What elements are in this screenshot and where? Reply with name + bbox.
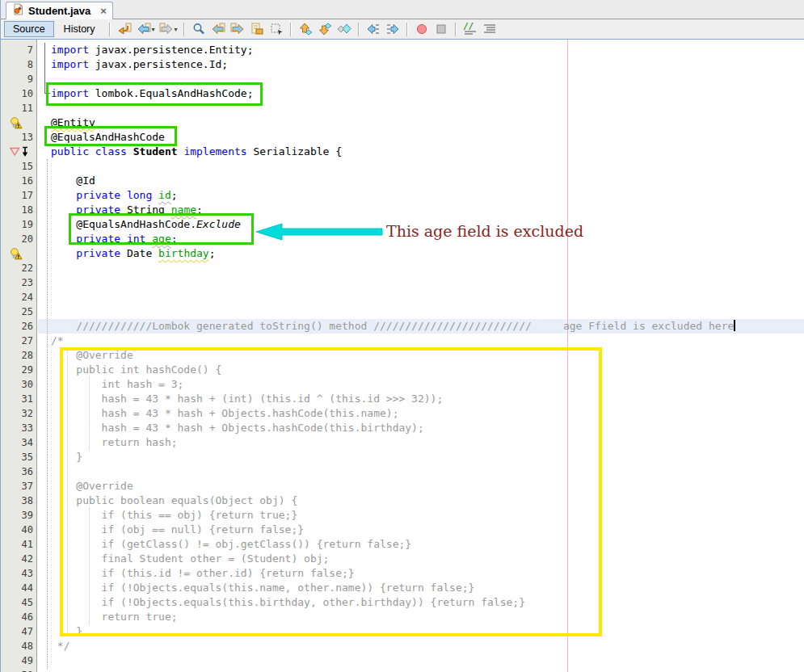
line-number[interactable]: 13 [1,130,33,145]
code-line-27[interactable]: /* [51,334,64,348]
code-line-7[interactable]: import javax.persistence.Entity; [51,43,253,57]
code-token: ; [171,189,178,201]
find-next-icon[interactable] [229,21,246,38]
shift-line-left-icon[interactable] [364,21,382,38]
find-previous-icon[interactable] [209,21,227,38]
line-number[interactable]: 23 [1,275,33,290]
history-view-button[interactable]: History [56,22,103,36]
line-number[interactable]: 17 [1,188,33,203]
editor-toolbar: Source History ▾▾// [1,19,804,40]
toggle-bookmark-icon[interactable] [335,21,353,38]
code-token: ; [209,247,216,259]
line-number[interactable]: 36 [1,464,33,479]
uncomment-icon[interactable] [481,21,499,38]
line-number[interactable]: 20 [1,232,33,246]
line-number[interactable]: 9 [1,72,33,86]
tab-close-icon[interactable]: × [100,5,107,17]
jump-last-edit-icon[interactable] [116,21,133,38]
line-number[interactable]: 25 [1,304,33,319]
java-file-icon [12,3,24,19]
line-number[interactable]: 18 [1,203,33,217]
tab-title: Student.java [28,5,91,17]
code-line-17[interactable]: private long id; [51,188,178,203]
green-highlight-import [46,82,263,106]
stop-macro-icon[interactable] [432,21,450,38]
line-number[interactable]: 48 [1,639,33,653]
back-dropdown-caret-icon[interactable]: ▾ [152,26,155,33]
class-fold-line [47,159,48,670]
line-number[interactable]: 15 [1,159,33,174]
annotation-label: This age field is excluded [386,222,583,240]
line-number[interactable]: 26 [1,319,33,334]
rect-selection-icon[interactable] [267,21,285,38]
line-number[interactable]: 10 [1,86,33,101]
code-token: import [51,58,89,70]
line-number[interactable]: 37 [1,479,33,494]
line-number[interactable]: 11 [1,101,33,116]
code-line-21[interactable]: private Date birthday; [51,246,216,261]
toolbar-separator [290,23,292,36]
code-token [89,145,95,158]
line-number[interactable]: 8 [1,57,33,72]
code-editor[interactable]: 7891011131516171819202223242526272829303… [1,40,804,672]
line-number[interactable]: 29 [1,363,33,377]
line-number[interactable]: 43 [1,566,33,581]
record-macro-icon[interactable] [413,21,431,38]
forward-dropdown-caret-icon[interactable]: ▾ [175,26,178,33]
line-number[interactable]: 46 [1,610,33,624]
code-token: Date [120,247,158,259]
line-number[interactable]: 28 [1,348,33,363]
code-token: private [76,189,120,201]
line-number[interactable]: 50 [1,668,33,672]
code-token: birthday [158,247,209,259]
code-line-8[interactable]: import javax.persistence.Id; [51,57,228,72]
line-number[interactable]: 22 [1,261,33,275]
line-number[interactable]: 49 [1,653,33,668]
line-number[interactable]: 33 [1,421,33,435]
code-line-48[interactable]: */ [51,639,69,653]
green-highlight-exclude [69,213,254,245]
find-selection-icon[interactable] [190,21,208,38]
source-view-button[interactable]: Source [4,21,54,37]
lightbulb-warning-icon[interactable] [9,116,23,130]
code-token: ////////////Lombok generated toString() … [51,320,563,332]
previous-bookmark-icon[interactable] [297,21,314,38]
line-number[interactable]: 38 [1,494,33,508]
line-number[interactable]: 40 [1,523,33,537]
back-icon[interactable] [135,21,153,38]
line-number[interactable]: 34 [1,435,33,450]
line-number[interactable]: 47 [1,624,33,639]
code-line-26[interactable]: ////////////Lombok generated toString() … [51,319,735,334]
code-token: public [51,145,89,158]
forward-icon[interactable] [158,21,175,38]
next-bookmark-icon[interactable] [316,21,334,38]
line-number[interactable]: 39 [1,508,33,523]
code-line-14[interactable]: public class Student implements Serializ… [51,145,342,159]
line-number[interactable]: 7 [1,43,33,57]
line-number[interactable]: 42 [1,552,33,566]
line-number[interactable]: 44 [1,581,33,595]
line-number[interactable]: 19 [1,217,33,232]
line-number-gutter[interactable]: 7891011131516171819202223242526272829303… [1,40,37,672]
line-number[interactable]: 30 [1,377,33,392]
line-number[interactable]: 24 [1,290,33,304]
text-caret [734,320,735,331]
line-number[interactable]: 35 [1,450,33,464]
line-number[interactable]: 16 [1,174,33,188]
toggle-highlight-icon[interactable] [248,21,266,38]
code-token [120,189,127,201]
toolbar-separator [183,23,185,36]
error-override-icon[interactable] [9,145,30,159]
line-number[interactable]: 41 [1,537,33,552]
lightbulb-warning-icon[interactable] [9,246,23,261]
line-number[interactable]: 32 [1,406,33,421]
tab-bar: Student.java × [1,0,804,19]
line-number[interactable]: 45 [1,595,33,610]
svg-text://: // [463,21,474,32]
line-number[interactable]: 27 [1,334,33,348]
line-number[interactable]: 31 [1,392,33,406]
comment-icon[interactable]: // [461,21,479,38]
tab-student-java[interactable]: Student.java × [6,2,113,19]
shift-line-right-icon[interactable] [384,21,402,38]
code-line-16[interactable]: @Id [51,174,95,188]
